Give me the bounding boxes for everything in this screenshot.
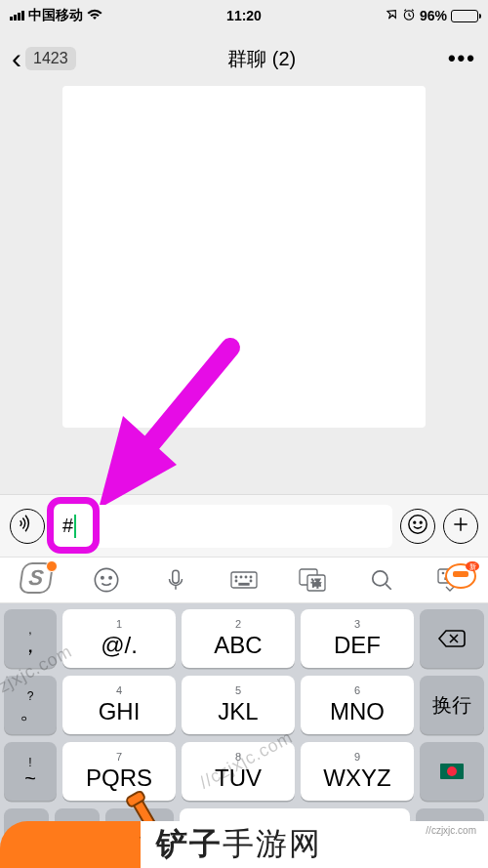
sound-wave-icon [17,513,38,539]
key-comma[interactable]: ,， [4,609,57,668]
key-return[interactable]: 换行 [420,676,484,734]
svg-text:新: 新 [469,563,476,570]
svg-point-3 [409,515,427,532]
svg-point-20 [250,580,252,582]
svg-point-5 [420,521,422,523]
battery-icon [451,10,478,22]
svg-point-16 [240,576,242,578]
voice-toggle-button[interactable] [10,509,45,544]
message-input[interactable]: # [53,505,392,548]
unread-badge: 1423 [25,47,76,70]
input-bar: # [0,494,488,557]
clock: 11:20 [226,8,262,23]
more-button[interactable]: ••• [448,46,476,71]
svg-point-12 [109,577,111,579]
keyboard-icon [229,568,259,592]
sogou-logo-icon: S [20,562,56,598]
page-title: 群聊 (2) [227,46,296,72]
svg-point-4 [414,521,416,523]
key-5[interactable]: 5JKL [182,676,295,734]
key-4[interactable]: 4GHI [62,676,176,734]
key-backspace[interactable] [420,609,484,668]
key-exclaim[interactable]: !~ [4,742,57,801]
ime-keyboard-button[interactable] [223,562,265,598]
ime-emoji-button[interactable] [85,562,128,598]
signal-icon [10,11,24,21]
svg-point-17 [245,576,247,578]
key-3[interactable]: 3DEF [301,609,414,668]
chat-area[interactable] [0,86,488,494]
brand-bar: 铲子手游网 //czjxjc.com [0,821,488,868]
key-question[interactable]: ?。 [4,676,57,734]
svg-text:译: 译 [311,578,321,589]
svg-rect-7 [453,571,468,577]
back-button[interactable]: ‹ 1423 [12,44,76,73]
svg-point-15 [235,576,237,578]
ime-toolbar: S 译 [0,557,488,603]
brand-name: 铲子手游网 //czjxjc.com [141,821,488,868]
location-icon [386,8,398,23]
ime-voice-button[interactable] [154,562,197,598]
carrier-label: 中国移动 [28,7,83,24]
svg-point-27 [442,572,443,573]
key-2[interactable]: 2ABC [182,609,295,668]
status-right: 96% [386,8,478,24]
status-bar: 中国移动 11:20 96% [0,0,488,31]
backspace-icon [437,628,467,649]
wifi-icon [87,8,102,23]
message-bubble[interactable] [62,86,426,428]
key-8[interactable]: 8TUV [182,742,295,801]
nav-bar: ‹ 1423 群聊 (2) ••• [0,31,488,86]
key-9[interactable]: 9WXYZ [301,742,414,801]
flag-icon [440,764,464,779]
input-value: # [62,515,73,537]
text-cursor [74,515,76,538]
ime-translate-button[interactable]: 译 [291,562,334,598]
new-feature-badge[interactable]: 新 [445,558,480,590]
chevron-left-icon: ‹ [12,44,21,73]
status-left: 中国移动 [10,7,102,24]
brand-url: //czjxjc.com [426,825,476,836]
key-1[interactable]: 1@/. [62,609,176,668]
sogou-logo-button[interactable]: S [17,562,60,598]
translate-icon: 译 [298,567,327,593]
svg-point-19 [235,580,237,582]
svg-point-25 [372,571,386,586]
smile-icon [93,566,120,594]
svg-rect-13 [172,570,179,583]
plus-icon [451,515,470,538]
battery-pct: 96% [420,8,447,23]
ime-search-button[interactable] [360,562,403,598]
search-icon [369,567,394,593]
svg-point-10 [96,568,118,591]
plus-button[interactable] [443,509,478,544]
smile-icon [407,514,428,539]
key-6[interactable]: 6MNO [301,676,414,734]
svg-rect-21 [239,584,249,586]
svg-point-18 [250,576,252,578]
svg-point-11 [102,577,103,579]
key-flag[interactable] [420,742,484,801]
alarm-icon [402,8,416,24]
microphone-icon [163,567,188,593]
emoji-button[interactable] [400,509,435,544]
